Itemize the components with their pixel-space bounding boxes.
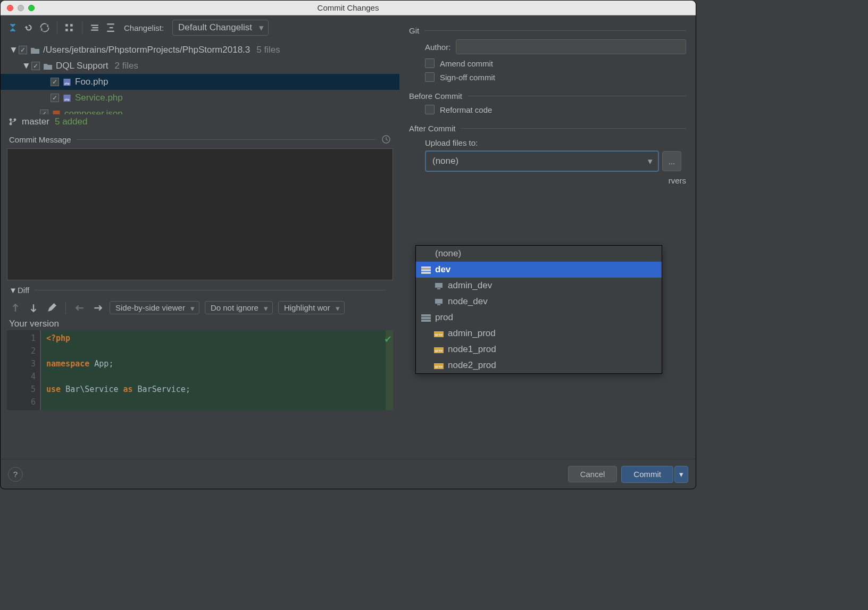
prev-diff-icon[interactable] — [9, 302, 22, 314]
dropdown-item-admin-prod[interactable]: SFTP admin_prod — [416, 325, 662, 341]
amend-label: Amend commit — [440, 59, 493, 68]
server-group-icon — [421, 266, 431, 274]
changes-toolbar: Changelist: Default Changelist — [1, 15, 399, 40]
tree-file[interactable]: ✓ composer.json — [1, 106, 399, 114]
ignore-mode-select[interactable]: Do not ignore — [205, 301, 273, 314]
separator — [82, 21, 82, 34]
commit-dropdown-button[interactable]: ▾ — [674, 466, 688, 483]
svg-text:php: php — [64, 82, 69, 85]
inspection-status-icon[interactable]: ✔ — [384, 333, 392, 345]
dropdown-item-node-dev[interactable]: node_dev — [416, 294, 662, 310]
tree-checkbox[interactable]: ✓ — [51, 94, 59, 102]
tree-root-path: /Users/jetbrains/PhpstormProjects/PhpSto… — [43, 45, 250, 55]
dropdown-item-prod[interactable]: prod — [416, 310, 662, 325]
window-title: Commit Changes — [1, 3, 696, 12]
tree-folder[interactable]: ▼ ✓ DQL Support 2 files — [1, 58, 399, 74]
svg-rect-17 — [421, 314, 431, 316]
reformat-checkbox[interactable] — [425, 105, 435, 114]
sftp-icon: SFTP — [434, 346, 444, 354]
before-commit-label: Before Commit — [409, 91, 462, 101]
group-by-icon[interactable] — [64, 22, 76, 34]
tree-checkbox[interactable]: ✓ — [31, 62, 40, 70]
refresh-icon[interactable] — [39, 22, 51, 34]
code-content[interactable]: <?php namespace App; use Bar\Service as … — [41, 330, 386, 410]
upload-server-select[interactable]: (none) — [425, 151, 659, 172]
diff-toolbar: Side-by-side viewer Do not ignore Highli… — [1, 298, 399, 317]
dropdown-item-admin-dev[interactable]: admin_dev — [416, 278, 662, 294]
revert-icon[interactable] — [23, 22, 35, 34]
tree-root-count: 5 files — [256, 45, 280, 55]
tree-folder-count: 2 files — [115, 61, 138, 71]
commit-dialog: Commit Changes Changelist: Default Chang… — [0, 0, 696, 489]
reformat-label: Reformat code — [440, 105, 492, 114]
folder-icon — [30, 46, 40, 54]
svg-rect-18 — [421, 317, 431, 319]
expand-all-icon[interactable] — [89, 22, 101, 34]
traffic-lights — [1, 5, 35, 11]
diff-header[interactable]: ▼ Diff — [1, 282, 399, 298]
sftp-icon: SFTP — [434, 362, 444, 370]
prev-file-icon[interactable] — [73, 302, 86, 314]
upload-value: (none) — [432, 156, 458, 166]
commit-button[interactable]: Commit — [621, 466, 673, 483]
author-input[interactable] — [456, 39, 686, 54]
tree-checkbox[interactable]: ✓ — [19, 46, 27, 54]
signoff-checkbox[interactable] — [425, 72, 435, 82]
dropdown-item-dev[interactable]: dev — [416, 262, 662, 278]
tree-checkbox[interactable]: ✓ — [51, 78, 59, 86]
php-file-icon: php — [62, 94, 72, 102]
tree-file[interactable]: ✓ php Foo.php — [1, 74, 399, 90]
svg-rect-10 — [421, 266, 431, 269]
changelist-value: Default Changelist — [178, 22, 252, 32]
server-icon — [434, 298, 444, 306]
collapse-all-icon[interactable] — [105, 22, 116, 34]
commit-message-textarea[interactable] — [7, 148, 393, 280]
tree-root[interactable]: ▼ ✓ /Users/jetbrains/PhpstormProjects/Ph… — [1, 42, 399, 58]
help-button[interactable]: ? — [8, 467, 23, 482]
file-name: composer.json — [64, 108, 123, 114]
tree-file[interactable]: ✓ php Service.php — [1, 90, 399, 106]
svg-rect-13 — [435, 283, 443, 288]
separator — [35, 290, 386, 290]
dropdown-item-none[interactable]: (none) — [416, 246, 662, 262]
separator — [65, 302, 66, 314]
expand-arrow-icon[interactable]: ▼ — [22, 61, 28, 71]
upload-server-dropdown: (none) dev admin_dev node_dev prod — [415, 245, 662, 374]
next-file-icon[interactable] — [91, 302, 104, 314]
collapse-icon[interactable] — [7, 22, 19, 34]
tree-checkbox[interactable]: ✓ — [40, 110, 48, 114]
next-diff-icon[interactable] — [27, 302, 40, 314]
amend-checkbox[interactable] — [425, 59, 435, 68]
left-pane: Changelist: Default Changelist ▼ ✓ /User… — [1, 15, 399, 459]
dropdown-item-node2-prod[interactable]: SFTP node2_prod — [416, 357, 662, 373]
zoom-window-button[interactable] — [28, 5, 35, 11]
close-window-button[interactable] — [7, 5, 13, 11]
branch-name: master — [22, 116, 49, 127]
dropdown-item-node1-prod[interactable]: SFTP node1_prod — [416, 341, 662, 357]
edit-icon[interactable] — [45, 302, 58, 314]
json-file-icon — [52, 110, 61, 115]
expand-arrow-icon[interactable]: ▼ — [9, 286, 15, 295]
code-area: ✔ 1 2 3 4 5 6 <?php namespace App; use B… — [7, 330, 393, 410]
changes-tree[interactable]: ▼ ✓ /Users/jetbrains/PhpstormProjects/Ph… — [1, 40, 399, 114]
cancel-button[interactable]: Cancel — [568, 466, 617, 482]
minimize-window-button[interactable] — [18, 5, 24, 11]
author-label: Author: — [425, 43, 450, 52]
svg-rect-11 — [421, 269, 431, 271]
file-name: Foo.php — [75, 77, 108, 87]
servers-hint: rvers — [669, 176, 686, 185]
separator — [77, 139, 376, 140]
viewer-mode-select[interactable]: Side-by-side viewer — [110, 301, 199, 314]
changelist-select[interactable]: Default Changelist — [172, 20, 269, 36]
browse-servers-button[interactable]: ... — [662, 151, 681, 171]
server-group-icon — [421, 314, 431, 322]
file-name: Service.php — [75, 93, 123, 103]
upload-label: Upload files to: — [425, 138, 478, 147]
history-icon[interactable] — [381, 135, 391, 144]
git-section-label: Git — [409, 26, 419, 35]
svg-text:SFTP: SFTP — [435, 333, 443, 337]
highlight-mode-select[interactable]: Highlight wor — [278, 301, 345, 314]
svg-text:SFTP: SFTP — [435, 365, 443, 369]
expand-arrow-icon[interactable]: ▼ — [9, 45, 15, 55]
your-version-label: Your version — [1, 317, 399, 330]
